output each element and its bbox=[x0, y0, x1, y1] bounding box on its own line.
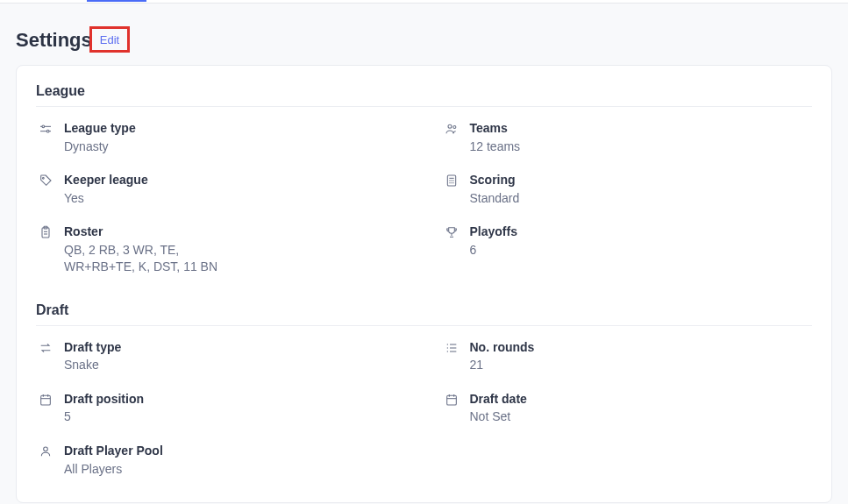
draft-grid: Draft type Snake No. rounds 21 bbox=[36, 340, 812, 478]
svg-point-35 bbox=[44, 447, 48, 451]
settings-card: League League type Dynasty bbox=[16, 65, 832, 503]
svg-point-5 bbox=[453, 125, 455, 128]
field-league-type: League type Dynasty bbox=[36, 121, 407, 155]
svg-rect-27 bbox=[41, 395, 51, 405]
field-label: League type bbox=[64, 121, 407, 137]
field-no-rounds: No. rounds 21 bbox=[442, 340, 813, 374]
draft-section-title: Draft bbox=[36, 302, 812, 318]
field-value: 6 bbox=[470, 242, 645, 259]
active-tab-indicator bbox=[87, 0, 146, 2]
field-value: Not Set bbox=[470, 408, 645, 426]
page-title: Settings bbox=[16, 29, 92, 52]
edit-button-highlight: Edit bbox=[89, 26, 130, 53]
field-keeper: Keeper league Yes bbox=[36, 173, 407, 207]
top-tab-bar bbox=[0, 0, 848, 4]
svg-point-3 bbox=[46, 130, 49, 132]
field-value: 5 bbox=[64, 408, 239, 426]
league-section: League League type Dynasty bbox=[36, 83, 812, 276]
edit-button[interactable]: Edit bbox=[100, 33, 119, 46]
field-value: Standard bbox=[470, 190, 645, 208]
svg-point-6 bbox=[42, 178, 44, 180]
divider bbox=[36, 325, 812, 326]
sliders-icon bbox=[36, 122, 55, 136]
trophy-icon bbox=[442, 225, 461, 239]
league-grid: League type Dynasty Teams 12 teams bbox=[36, 121, 812, 276]
field-playoffs: Playoffs 6 bbox=[442, 224, 813, 276]
field-value: All Players bbox=[64, 461, 239, 479]
calendar-icon bbox=[36, 393, 55, 407]
field-draft-date: Draft date Not Set bbox=[442, 392, 813, 426]
field-label: Draft date bbox=[470, 392, 813, 408]
field-roster: Roster QB, 2 RB, 3 WR, TE, WR+RB+TE, K, … bbox=[36, 224, 407, 276]
draft-section: Draft Draft type Snake bbox=[36, 302, 812, 478]
field-value: 12 teams bbox=[470, 138, 645, 156]
tag-icon bbox=[36, 174, 55, 188]
user-icon bbox=[36, 444, 55, 458]
list-icon bbox=[442, 341, 461, 355]
field-label: Keeper league bbox=[64, 173, 407, 188]
calendar-icon bbox=[442, 393, 461, 407]
page-header: Settings Edit bbox=[16, 28, 832, 53]
svg-rect-31 bbox=[446, 395, 456, 405]
field-label: Roster bbox=[64, 224, 407, 240]
field-value: QB, 2 RB, 3 WR, TE, WR+RB+TE, K, DST, 11… bbox=[64, 242, 239, 276]
field-label: Draft position bbox=[64, 392, 407, 408]
field-label: Teams bbox=[470, 121, 813, 137]
field-label: No. rounds bbox=[470, 340, 813, 356]
field-value: Snake bbox=[64, 357, 239, 374]
divider bbox=[36, 106, 812, 107]
field-teams: Teams 12 teams bbox=[442, 121, 813, 155]
svg-point-4 bbox=[448, 124, 452, 128]
clipboard-icon bbox=[36, 225, 55, 239]
field-label: Scoring bbox=[470, 173, 813, 188]
field-player-pool: Draft Player Pool All Players bbox=[36, 444, 407, 478]
field-value: 21 bbox=[470, 357, 645, 374]
field-draft-type: Draft type Snake bbox=[36, 340, 407, 374]
settings-page: Settings Edit League League type Dynasty bbox=[0, 4, 848, 504]
field-scoring: Scoring Standard bbox=[442, 173, 813, 207]
field-label: Playoffs bbox=[470, 224, 813, 240]
users-icon bbox=[442, 122, 461, 136]
swap-icon bbox=[36, 341, 55, 355]
field-value: Dynasty bbox=[64, 138, 239, 156]
field-label: Draft Player Pool bbox=[64, 444, 407, 459]
league-section-title: League bbox=[36, 83, 812, 99]
field-draft-position: Draft position 5 bbox=[36, 392, 407, 426]
field-label: Draft type bbox=[64, 340, 407, 356]
svg-point-2 bbox=[42, 125, 45, 128]
field-value: Yes bbox=[64, 190, 239, 208]
calculator-icon bbox=[442, 174, 461, 188]
